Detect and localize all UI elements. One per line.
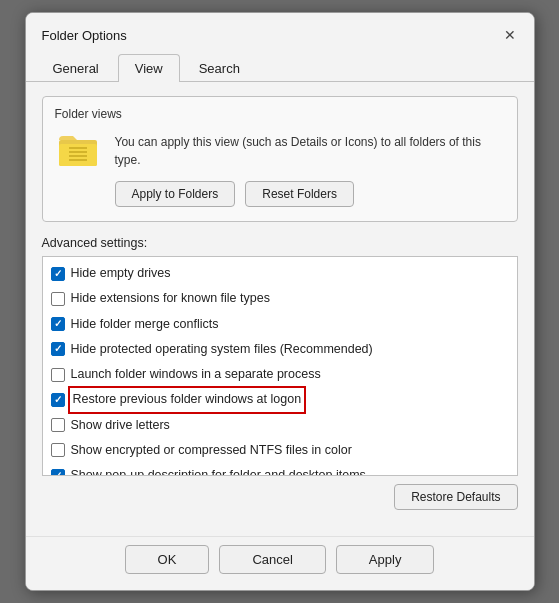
setting-item-restore-previous[interactable]: Restore previous folder windows at logon [43, 387, 517, 412]
tab-search[interactable]: Search [182, 54, 257, 82]
folder-views-group: Folder views [42, 96, 518, 222]
checkbox-hide-protected[interactable] [51, 342, 65, 356]
restore-defaults-row: Restore Defaults [42, 484, 518, 510]
checkbox-hide-empty-drives[interactable] [51, 267, 65, 281]
checkbox-show-popup[interactable] [51, 469, 65, 476]
folder-buttons: Apply to Folders Reset Folders [115, 181, 505, 207]
setting-item-show-drive-letters[interactable]: Show drive letters [43, 413, 517, 438]
settings-list: Hide empty drivesHide extensions for kno… [43, 257, 517, 476]
setting-item-hide-extensions[interactable]: Hide extensions for known file types [43, 286, 517, 311]
main-content: Folder views [26, 82, 534, 536]
folder-description: You can apply this view (such as Details… [115, 131, 505, 207]
folder-views-label: Folder views [55, 107, 505, 121]
setting-item-show-encrypted[interactable]: Show encrypted or compressed NTFS files … [43, 438, 517, 463]
folder-options-dialog: Folder Options ✕ General View Search Fol… [25, 12, 535, 591]
checkbox-restore-previous[interactable] [51, 393, 65, 407]
setting-label-hide-folder-merge: Hide folder merge conflicts [71, 314, 219, 335]
checkbox-launch-separate[interactable] [51, 368, 65, 382]
setting-item-hide-empty-drives[interactable]: Hide empty drives [43, 261, 517, 286]
setting-label-show-drive-letters: Show drive letters [71, 415, 170, 436]
folder-desc-text: You can apply this view (such as Details… [115, 131, 505, 169]
apply-button[interactable]: Apply [336, 545, 435, 574]
checkbox-show-encrypted[interactable] [51, 443, 65, 457]
setting-label-hide-empty-drives: Hide empty drives [71, 263, 171, 284]
checkbox-hide-folder-merge[interactable] [51, 317, 65, 331]
setting-label-restore-previous: Restore previous folder windows at logon [71, 389, 304, 410]
setting-label-hide-protected: Hide protected operating system files (R… [71, 339, 373, 360]
restore-defaults-button[interactable]: Restore Defaults [394, 484, 517, 510]
apply-to-folders-button[interactable]: Apply to Folders [115, 181, 236, 207]
setting-label-show-encrypted: Show encrypted or compressed NTFS files … [71, 440, 352, 461]
setting-label-show-popup: Show pop-up description for folder and d… [71, 465, 366, 476]
dialog-title: Folder Options [42, 28, 127, 43]
advanced-settings-label: Advanced settings: [42, 236, 518, 250]
folder-views-inner: You can apply this view (such as Details… [55, 131, 505, 207]
title-bar: Folder Options ✕ [26, 13, 534, 53]
bottom-buttons: OK Cancel Apply [26, 536, 534, 590]
settings-list-container[interactable]: Hide empty drivesHide extensions for kno… [42, 256, 518, 476]
checkbox-show-drive-letters[interactable] [51, 418, 65, 432]
ok-button[interactable]: OK [125, 545, 210, 574]
tab-general[interactable]: General [36, 54, 116, 82]
reset-folders-button[interactable]: Reset Folders [245, 181, 354, 207]
tab-bar: General View Search [26, 53, 534, 82]
cancel-button[interactable]: Cancel [219, 545, 325, 574]
close-button[interactable]: ✕ [498, 23, 522, 47]
folder-icon [55, 131, 103, 171]
setting-item-launch-separate[interactable]: Launch folder windows in a separate proc… [43, 362, 517, 387]
setting-item-show-popup[interactable]: Show pop-up description for folder and d… [43, 463, 517, 476]
tab-view[interactable]: View [118, 54, 180, 82]
setting-item-hide-folder-merge[interactable]: Hide folder merge conflicts [43, 312, 517, 337]
setting-label-launch-separate: Launch folder windows in a separate proc… [71, 364, 321, 385]
setting-label-hide-extensions: Hide extensions for known file types [71, 288, 270, 309]
setting-item-hide-protected[interactable]: Hide protected operating system files (R… [43, 337, 517, 362]
checkbox-hide-extensions[interactable] [51, 292, 65, 306]
